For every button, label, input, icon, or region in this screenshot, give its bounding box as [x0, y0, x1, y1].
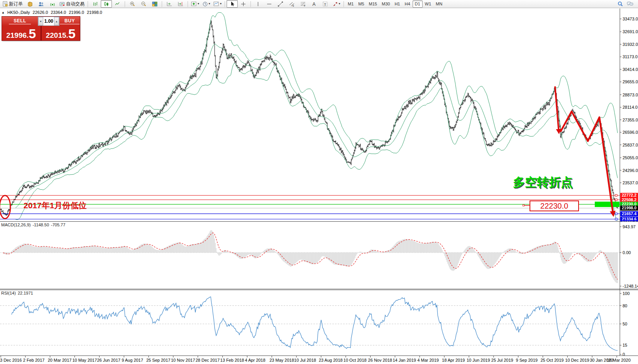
tile-windows-icon [152, 2, 157, 7]
box-anchor-handle[interactable] [523, 205, 525, 206]
zoom-in-button[interactable] [127, 0, 138, 8]
line-handle[interactable] [615, 213, 617, 215]
date-label: 9 Aug 2017 [122, 358, 143, 362]
svg-text:E: E [293, 4, 294, 7]
low-circle-annotation[interactable] [0, 195, 10, 219]
svg-text:33473.0: 33473.0 [623, 17, 638, 21]
toolbar-right [618, 1, 638, 7]
price-badge-text: 22508.2 [622, 197, 636, 202]
annotation-turning-point: 多空转折点 [513, 174, 573, 190]
timeframe-d1[interactable]: D1 [413, 0, 423, 8]
svg-text:943.97: 943.97 [623, 224, 636, 229]
fibonacci-button[interactable]: F [297, 0, 308, 8]
svg-text:28114.0: 28114.0 [623, 105, 638, 110]
svg-text:32691.0: 32691.0 [623, 29, 638, 34]
svg-text:0: 0 [623, 352, 625, 357]
signal-icon [50, 2, 55, 7]
text-label-icon: T [323, 2, 328, 7]
new-order-button[interactable]: 新订单 [1, 0, 24, 8]
date-label: 18 Apr 2019 [442, 358, 465, 362]
date-label: 13 Feb 2018 [220, 358, 244, 362]
market-watch-button[interactable] [24, 0, 36, 8]
sell-button[interactable]: SELL [2, 17, 38, 26]
vertical-line-button[interactable] [252, 0, 264, 8]
line-handle[interactable] [615, 218, 617, 220]
one-click-trading-panel: SELL ▼ 1.00 ▲ BUY 21996.5 22015.5 [2, 17, 80, 40]
new-order-icon [3, 1, 8, 7]
channel-button[interactable]: E [286, 0, 297, 8]
date-label: 10 Oct 2018 [344, 358, 367, 362]
search-icon[interactable] [618, 1, 623, 7]
arrows-button[interactable]: ▾ [331, 0, 342, 8]
timeframe-mn[interactable]: MN [433, 0, 445, 8]
svg-text:100: 100 [623, 291, 630, 296]
line-chart-icon [115, 2, 120, 7]
svg-text:23537.0: 23537.0 [623, 180, 638, 185]
sell-label: SELL [9, 18, 31, 24]
timeframe-m1[interactable]: M1 [345, 0, 356, 8]
text-button[interactable]: A [308, 0, 320, 8]
autotrading-label: 自动交易 [66, 1, 85, 7]
symbol-collapse-icon[interactable]: ▲ [2, 11, 5, 14]
date-label: 26 Nov 2018 [368, 358, 392, 362]
signals-button[interactable] [47, 0, 58, 8]
candlestick-chart-button[interactable] [101, 0, 112, 8]
horizontal-line-button[interactable] [264, 0, 275, 8]
buy-price[interactable]: 22015.5 [42, 26, 80, 40]
volume-value[interactable]: 1.00 [43, 17, 54, 25]
templates-button[interactable]: ▾ [212, 0, 223, 8]
svg-text:29655.0: 29655.0 [623, 79, 638, 84]
text-label-button[interactable]: T [320, 0, 331, 8]
cursor-button[interactable] [227, 0, 238, 8]
svg-text:25837.0: 25837.0 [623, 143, 638, 147]
timeframe-m30[interactable]: M30 [379, 0, 392, 8]
profiles-button[interactable] [36, 0, 47, 8]
autotrading-button[interactable]: 自动交易 [58, 0, 86, 8]
svg-text:31173.0: 31173.0 [623, 54, 638, 59]
bar-chart-icon [93, 2, 98, 7]
toolbar-separator [188, 1, 188, 7]
add-indicator-button[interactable]: ▾ [190, 0, 201, 8]
svg-text:0.00: 0.00 [623, 250, 631, 255]
periods-button[interactable]: ▾ [201, 0, 212, 8]
volume-up-button[interactable]: ▲ [54, 17, 59, 25]
chat-icon[interactable] [627, 2, 633, 7]
buy-button[interactable]: BUY [59, 17, 80, 26]
bar-chart-button[interactable] [90, 0, 101, 8]
sell-price-main: 21996 [6, 32, 27, 39]
date-label: 3 Dec 2016 [0, 358, 22, 362]
volume-down-button[interactable]: ▼ [38, 17, 43, 25]
caret-down-icon: ▾ [220, 2, 222, 5]
rsi-value: 22.1971 [18, 291, 33, 295]
tile-windows-button[interactable] [149, 0, 160, 8]
line-chart-button[interactable] [112, 0, 123, 8]
ohlc-high: 23364.0 [51, 10, 66, 15]
mt4-window: { "toolbar": { "new_order": "新订单", "auto… [0, 0, 638, 364]
auto-scroll-button[interactable] [164, 0, 175, 8]
toolbar-separator [125, 1, 125, 7]
zoom-out-button[interactable] [138, 0, 149, 8]
line-handle[interactable] [615, 194, 617, 196]
macd-name: MACD(12,26,9) [1, 222, 30, 227]
line-handle[interactable] [615, 199, 617, 201]
arrows-icon [333, 2, 338, 7]
timeframe-m5[interactable]: M5 [356, 0, 366, 8]
buy-label: BUY [60, 18, 80, 24]
trendline-button[interactable] [275, 0, 286, 8]
timeframe-h1[interactable]: H1 [392, 0, 402, 8]
timeframe-w1[interactable]: W1 [423, 0, 434, 8]
autotrading-icon [59, 2, 65, 7]
crosshair-button[interactable] [238, 0, 249, 8]
price-badge-text: 21657.4 [622, 211, 636, 216]
chart-shift-button[interactable] [175, 0, 186, 8]
date-label: 25 Jul 2019 [491, 358, 513, 362]
timeframe-h4[interactable]: H4 [402, 0, 412, 8]
date-label: 23 Aug 2018 [319, 358, 343, 362]
annotation-price-box[interactable]: 22230.0 [530, 201, 579, 211]
gold-book-icon [27, 2, 33, 7]
timeframe-m15[interactable]: M15 [367, 0, 379, 8]
macd-main-value: -1148.50 [32, 222, 49, 227]
horizontal-line-icon [267, 2, 272, 6]
sell-price[interactable]: 21996.5 [2, 26, 41, 40]
svg-text:-1248.14: -1248.14 [623, 284, 638, 288]
